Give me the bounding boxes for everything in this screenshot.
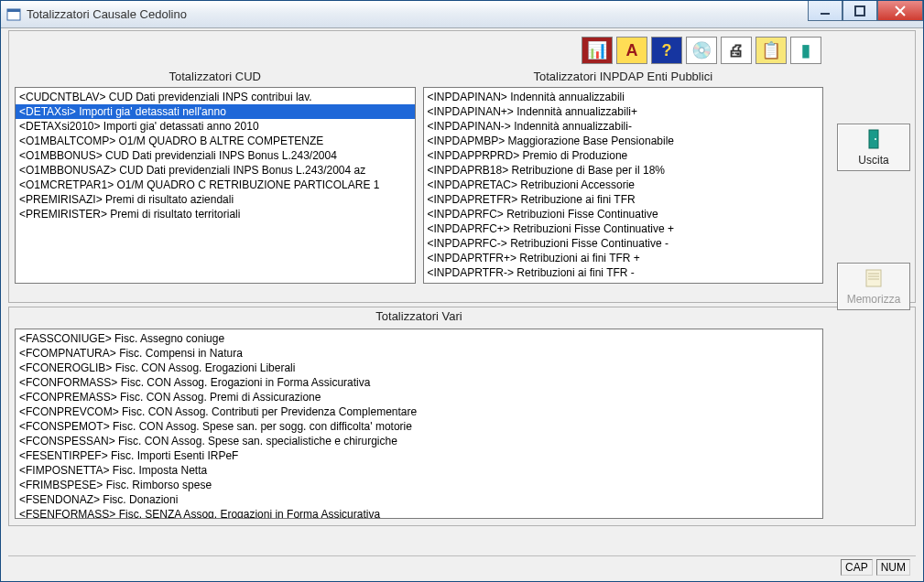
status-cap: CAP (841, 559, 873, 576)
list-item[interactable]: <O1MBBONUSAZ> CUD Dati previdenziali INP… (16, 163, 415, 178)
notes-icon[interactable]: 📋 (756, 37, 787, 64)
list-item[interactable]: <FCOMPNATURA> Fisc. Compensi in Natura (16, 346, 822, 361)
list-item[interactable]: <INPDAPPRPRD> Premio di Produzione (424, 148, 823, 163)
list-item[interactable]: <O1MCRETPAR1> O1/M QUADRO C RETRIBUZIONE… (16, 178, 415, 192)
exit-door-icon[interactable]: ▮ (790, 37, 821, 64)
list-item[interactable]: <INPDAPINAN-> Indennità annualizzabili- (424, 119, 823, 134)
content-area: 📊A?💿🖨📋▮ Totalizzatori CUD <CUDCNTBLAV> C… (1, 28, 923, 581)
list-item[interactable]: <FCONPREMASS> Fisc. CON Assog. Premi di … (16, 390, 822, 404)
list-item[interactable]: <DETAXsi> Importi gia' detassati nell'an… (16, 104, 415, 119)
list-item[interactable]: <INPDAPRETAC> Retribuzioni Accessorie (424, 178, 823, 192)
uscita-label: Uscita (858, 154, 888, 167)
list-item[interactable]: <FSENDONAZ> Fisc. Donazioni (16, 492, 822, 507)
chart-icon[interactable]: 📊 (582, 37, 613, 64)
statusbar: CAP NUM (8, 555, 916, 577)
svg-rect-2 (821, 13, 830, 15)
svg-rect-3 (855, 6, 864, 16)
list-item[interactable]: <INPDAPMBP> Maggiorazione Base Pensionab… (424, 134, 823, 148)
cud-listbox[interactable]: <CUDCNTBLAV> CUD Dati previdenziali INPS… (15, 87, 416, 284)
list-item[interactable]: <DETAXsi2010> Importi gia' detassati ann… (16, 119, 415, 134)
maximize-button[interactable] (842, 1, 877, 21)
list-item[interactable]: <CUDCNTBLAV> CUD Dati previdenziali INPS… (16, 90, 415, 104)
disc-icon[interactable]: 💿 (686, 37, 717, 64)
list-item[interactable]: <FASSCONIUGE> Fisc. Assegno coniuge (16, 331, 822, 346)
svg-rect-1 (7, 9, 20, 12)
status-num: NUM (876, 559, 910, 576)
help-icon[interactable]: ? (651, 37, 682, 64)
list-item[interactable]: <PREMIRISAZI> Premi di risultato azienda… (16, 192, 415, 207)
list-item[interactable]: <FESENTIRPEF> Fisc. Importi Esenti IRPeF (16, 448, 822, 463)
svg-point-8 (875, 138, 876, 140)
list-item[interactable]: <INPDAPRFC-> Retribuzioni Fisse Continua… (424, 236, 823, 251)
list-item[interactable]: <FCONFORMASS> Fisc. CON Assog. Erogazion… (16, 375, 822, 390)
window-controls (808, 1, 923, 27)
app-window: Totalizzatori Causale Cedolino 📊A?💿🖨📋▮ T… (0, 0, 924, 582)
print-icon[interactable]: 🖨 (721, 37, 752, 64)
inpdap-listbox[interactable]: <INPDAPINAN> Indennità annualizzabili<IN… (423, 87, 824, 284)
inpdap-header: Totalizzatori INPDAP Enti Pubblici (423, 68, 824, 87)
list-item[interactable]: <FIMPOSNETTA> Fisc. Imposta Netta (16, 463, 822, 478)
list-item[interactable]: <INPDAPRB18> Retribuzione di Base per il… (424, 163, 823, 178)
titlebar: Totalizzatori Causale Cedolino (1, 1, 923, 28)
list-item[interactable]: <INPDAPRTFR+> Retribuzioni ai fini TFR + (424, 251, 823, 265)
save-notes-icon (840, 267, 908, 293)
minimize-button[interactable] (808, 1, 842, 21)
list-item[interactable]: <O1MBALTCOMP> O1/M QUADRO B ALTRE COMPET… (16, 134, 415, 148)
text-format-icon[interactable]: A (616, 37, 647, 64)
list-item[interactable]: <FCONSPEMOT> Fisc. CON Assog. Spese san.… (16, 419, 822, 434)
toolbar: 📊A?💿🖨📋▮ (15, 31, 823, 68)
list-item[interactable]: <PREMIRISTER> Premi di risultato territo… (16, 207, 415, 221)
cud-header: Totalizzatori CUD (15, 68, 416, 87)
uscita-button[interactable]: Uscita (837, 124, 910, 171)
memorizza-label: Memorizza (847, 293, 901, 306)
cud-column: Totalizzatori CUD <CUDCNTBLAV> CUD Dati … (15, 68, 416, 284)
list-item[interactable]: <INPDAPINAN> Indennità annualizzabili (424, 90, 823, 104)
list-item[interactable]: <FRIMBSPESE> Fisc. Rimborso spese (16, 478, 822, 492)
svg-rect-9 (866, 270, 881, 286)
inpdap-column: Totalizzatori INPDAP Enti Pubblici <INPD… (423, 68, 824, 284)
list-item[interactable]: <INPDAPRFC> Retribuzioni Fisse Continuat… (424, 207, 823, 221)
list-item[interactable]: <FCONSPESSAN> Fisc. CON Assog. Spese san… (16, 434, 822, 448)
list-item[interactable]: <INPDAPINAN+> Indennità annualizzabili+ (424, 104, 823, 119)
memorizza-button[interactable]: Memorizza (837, 263, 910, 310)
svg-rect-6 (869, 130, 878, 148)
top-panel: 📊A?💿🖨📋▮ Totalizzatori CUD <CUDCNTBLAV> C… (8, 30, 916, 303)
exit-door-icon (840, 128, 908, 154)
vari-panel: Totalizzatori Vari <FASSCONIUGE> Fisc. A… (8, 307, 916, 526)
vari-listbox[interactable]: <FASSCONIUGE> Fisc. Assegno coniuge<FCOM… (15, 329, 823, 519)
list-item[interactable]: <FSENFORMASS> Fisc. SENZA Assog. Erogazi… (16, 507, 822, 519)
list-item[interactable]: <INPDAPRFC+> Retribuzioni Fisse Continua… (424, 221, 823, 236)
window-title: Totalizzatori Causale Cedolino (27, 7, 808, 21)
list-item[interactable]: <FCONEROGLIB> Fisc. CON Assog. Erogazion… (16, 361, 822, 375)
side-buttons: Uscita Memorizza (837, 124, 910, 310)
close-button[interactable] (877, 1, 923, 21)
list-item[interactable]: <INPDAPRETFR> Retribuzione ai fini TFR (424, 192, 823, 207)
app-icon (6, 7, 21, 22)
list-item[interactable]: <O1MBBONUS> CUD Dati previdenziali INPS … (16, 148, 415, 163)
list-item[interactable]: <FCONPREVCOM> Fisc. CON Assog. Contribut… (16, 404, 822, 419)
vari-header: Totalizzatori Vari (15, 307, 823, 327)
list-item[interactable]: <INPDAPRTFR-> Retribuzioni ai fini TFR - (424, 265, 823, 280)
